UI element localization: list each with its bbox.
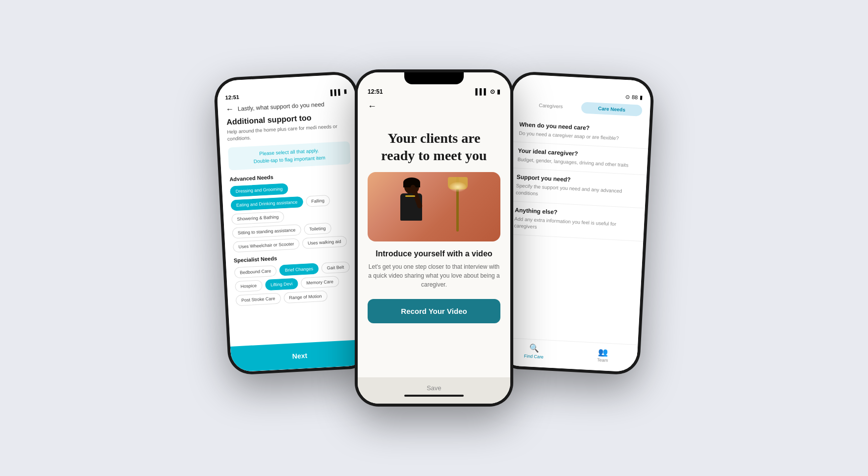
phone-right: ⊙ 88 ▮ Caregivers Care Needs When do you… <box>495 71 654 375</box>
tag-bedbound[interactable]: Bedbound Care <box>234 265 277 278</box>
tag-lifting-device[interactable]: Lifting Devi <box>265 278 298 291</box>
center-screen: 12:51 ▌▌▌ ⊙ ▮ ← Your clients are ready t… <box>358 72 510 404</box>
home-indicator <box>404 395 464 397</box>
center-battery-icon: ▮ <box>497 88 500 95</box>
tag-wheelchair[interactable]: Uses Wheelchair or Scooter <box>233 238 300 252</box>
center-time: 12:51 <box>368 88 383 95</box>
tag-memory-care[interactable]: Memory Care <box>301 276 339 289</box>
tag-eating-drinking[interactable]: Eating and Drinking assistance <box>230 196 303 211</box>
tag-gait-belt[interactable]: Gait Belt <box>321 261 350 274</box>
signal-icon: ▌▌▌ <box>330 89 342 95</box>
center-save-bar: Save <box>358 377 510 404</box>
right-battery-icon: ▮ <box>640 94 643 101</box>
nav-team[interactable]: 👥 Team <box>568 346 637 364</box>
tag-walking-aid[interactable]: Uses walking aid <box>302 236 347 249</box>
center-signal-icon: ▌▌▌ <box>475 88 488 95</box>
tag-hospice[interactable]: Hospice <box>235 280 263 292</box>
advanced-needs-tags: Dressing and Grooming Eating and Drinkin… <box>222 179 363 253</box>
left-screen: 12:51 ▌▌▌ ▮ ← Lastly, what support do yo… <box>217 74 369 372</box>
center-status-icons: ▌▌▌ ⊙ ▮ <box>475 88 500 95</box>
left-time: 12:51 <box>225 94 239 101</box>
tag-post-stroke[interactable]: Post Stroke Care <box>235 293 281 306</box>
center-wifi-icon: ⊙ <box>490 88 495 95</box>
notch <box>404 72 464 84</box>
tag-dressing-grooming[interactable]: Dressing and Grooming <box>230 183 288 197</box>
right-section-anything: Anything else? Add any extra information… <box>506 201 645 241</box>
center-intro-title: Introduce yourself with a video <box>368 249 500 258</box>
right-screen: ⊙ 88 ▮ Caregivers Care Needs When do you… <box>499 74 651 372</box>
back-arrow-icon[interactable]: ← <box>225 105 234 114</box>
center-title-section: Your clients are ready to meet you <box>358 119 510 172</box>
team-icon: 👥 <box>568 346 638 358</box>
find-care-label: Find Care <box>524 354 543 359</box>
phone-left: 12:51 ▌▌▌ ▮ ← Lastly, what support do yo… <box>213 71 372 375</box>
specialist-needs-tags: Bedbound Care Brief Changes Gait Belt Ho… <box>226 261 366 306</box>
bottom-nav-bar: 🔍 Find Care 👥 Team <box>499 337 638 372</box>
tag-brief-changes[interactable]: Brief Changes <box>279 263 319 276</box>
center-save-label[interactable]: Save <box>427 384 441 392</box>
center-header: ← <box>358 99 510 119</box>
tag-showering[interactable]: Showering & Bathing <box>231 211 284 225</box>
center-intro-body: Let's get you one step closer to that in… <box>368 262 500 289</box>
next-button[interactable]: Next <box>230 339 369 372</box>
tag-range-motion[interactable]: Range of Motion <box>283 291 327 304</box>
tag-toileting[interactable]: Toileting <box>304 223 331 235</box>
center-main-title: Your clients are ready to meet you <box>370 129 498 164</box>
right-wifi-icon: ⊙ <box>625 94 630 100</box>
phone-center: 12:51 ▌▌▌ ⊙ ▮ ← Your clients are ready t… <box>355 69 513 407</box>
right-battery-label: 88 <box>632 94 638 101</box>
center-intro-section: Introduce yourself with a video Let's ge… <box>358 249 510 295</box>
record-video-button[interactable]: Record Your Video <box>368 299 500 323</box>
tag-sitting-standing[interactable]: Sitting to standing assistance <box>232 224 301 238</box>
center-back-icon[interactable]: ← <box>368 101 377 112</box>
scene: 12:51 ▌▌▌ ▮ ← Lastly, what support do yo… <box>211 35 657 441</box>
tag-falling[interactable]: Falling <box>306 195 330 207</box>
battery-icon-left: ▮ <box>344 88 347 95</box>
center-hero-image <box>368 172 500 241</box>
team-label: Team <box>597 357 608 363</box>
